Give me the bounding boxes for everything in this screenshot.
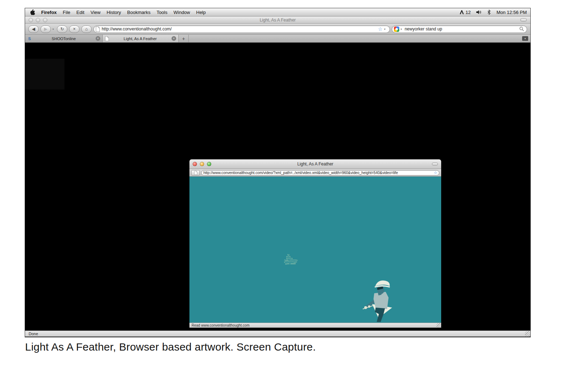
home-icon: ⌂ <box>85 26 88 32</box>
toolbar-toggle-button[interactable] <box>520 18 527 21</box>
person-with-flag-figure <box>357 277 398 323</box>
tab-light-as-a-feather[interactable]: Light, As A Feather × <box>103 35 179 42</box>
url-bar[interactable]: http://www.conventionalthought.com/ ☆ ▼ <box>93 25 390 33</box>
tab-label: SHOOTonline <box>34 37 94 41</box>
stop-icon: × <box>73 26 76 32</box>
search-input[interactable]: newyorker stand up <box>405 26 518 32</box>
list-all-tabs-button[interactable]: ▼ <box>522 36 528 41</box>
menubar-item-file[interactable]: File <box>63 10 70 15</box>
menubar-item-help[interactable]: Help <box>196 10 206 15</box>
mac-menubar: Firefox File Edit View History Bookmarks… <box>25 8 530 16</box>
url-input[interactable]: http://www.conventionalthought.com/ <box>102 26 376 32</box>
menubar-item-tools[interactable]: Tools <box>156 10 167 15</box>
tab-bar: S SHOOTonline × Light, As A Feather × + … <box>25 35 530 43</box>
resize-grip[interactable] <box>525 331 530 337</box>
search-icon[interactable] <box>519 26 524 32</box>
popup-location-bar: http://www.conventionalthought.com/video… <box>189 169 441 177</box>
menubar-status-area: 12 Mon 12:56 PM <box>459 10 527 15</box>
url-dropdown-icon[interactable]: ▼ <box>384 28 386 30</box>
shootonline-favicon: S <box>27 36 32 41</box>
bluetooth-icon <box>487 10 491 15</box>
volume-menu-extra[interactable] <box>476 10 482 14</box>
bookmark-star-icon[interactable]: ☆ <box>378 26 383 32</box>
tab-shootonline[interactable]: S SHOOTonline × <box>25 35 103 42</box>
back-button[interactable]: ◀ <box>28 25 39 33</box>
popup-window: Light, As A Feather http://www.conventio… <box>189 159 441 328</box>
popup-title: Light, As A Feather <box>189 162 441 167</box>
browser-titlebar[interactable]: Light, As A Feather <box>25 16 530 24</box>
popup-url-input[interactable]: http://www.conventionalthought.com/video… <box>203 171 432 175</box>
chevron-down-icon: ▼ <box>524 38 526 40</box>
caption-text: Light As A Feather, Browser based artwor… <box>25 341 316 353</box>
menubar-item-view[interactable]: View <box>91 10 101 15</box>
status-text: Done <box>29 332 38 336</box>
popup-statusbar: Read www.conventionalthought.com <box>189 323 441 328</box>
browser-window: Light, As A Feather ◀ ▶ ▼ ↻ × ⌂ http://w… <box>25 16 530 337</box>
bookmark-star-icon[interactable]: ☆ <box>434 171 437 175</box>
updater-count: 12 <box>466 10 471 15</box>
window-title: Light, As A Feather <box>25 18 530 23</box>
updater-a-icon <box>459 10 464 14</box>
page-icon <box>105 36 109 41</box>
forward-button[interactable]: ▶ <box>40 25 51 33</box>
stop-button[interactable]: × <box>69 25 79 33</box>
page-proxy-button[interactable] <box>191 170 200 175</box>
ascii-art-bird: ty ylln ytttly ryym;ttttttn; ylltttlttyy… <box>284 254 298 265</box>
page-icon <box>194 171 197 175</box>
menubar-item-firefox[interactable]: Firefox <box>41 10 57 15</box>
dark-page-region <box>25 59 64 90</box>
updater-menu-extra[interactable]: 12 <box>459 10 471 15</box>
close-tab-icon[interactable]: × <box>172 36 176 41</box>
history-dropdown-button[interactable]: ▼ <box>52 28 54 30</box>
search-bar[interactable]: ▼ newyorker stand up <box>392 25 527 33</box>
menubar-item-window[interactable]: Window <box>174 10 190 15</box>
google-icon[interactable] <box>394 26 399 32</box>
menubar-item-history[interactable]: History <box>107 10 121 15</box>
navigation-toolbar: ◀ ▶ ▼ ↻ × ⌂ http://www.conventionalthoug… <box>25 24 530 35</box>
page: Firefox File Edit View History Bookmarks… <box>0 0 588 376</box>
popup-titlebar[interactable]: Light, As A Feather <box>189 159 441 169</box>
reload-button[interactable]: ↻ <box>57 25 67 33</box>
reload-icon: ↻ <box>60 26 64 32</box>
volume-icon <box>476 10 482 14</box>
browser-viewport: Light, As A Feather http://www.conventio… <box>25 43 530 331</box>
popup-url-bar[interactable]: http://www.conventionalthought.com/video… <box>201 170 439 175</box>
tabbar-spacer <box>189 35 522 42</box>
new-tab-button[interactable]: + <box>179 35 189 42</box>
bluetooth-menu-extra[interactable] <box>487 10 491 15</box>
forward-icon: ▶ <box>44 26 47 32</box>
search-engine-dropdown-icon[interactable]: ▼ <box>400 28 403 30</box>
apple-icon <box>30 9 35 15</box>
desktop-screenshot: Firefox File Edit View History Bookmarks… <box>25 8 530 337</box>
home-button[interactable]: ⌂ <box>81 25 92 33</box>
menubar-item-edit[interactable]: Edit <box>76 10 84 15</box>
video-artwork-area[interactable]: ty ylln ytttly ryym;ttttttn; ylltttlttyy… <box>189 177 441 323</box>
close-tab-icon[interactable]: × <box>96 36 100 41</box>
resize-grip[interactable] <box>437 323 441 328</box>
browser-statusbar: Done <box>25 331 530 337</box>
menubar-clock[interactable]: Mon 12:56 PM <box>496 10 527 15</box>
plus-icon: + <box>182 36 185 42</box>
toolbar-toggle-button[interactable] <box>432 163 438 165</box>
menubar-item-bookmarks[interactable]: Bookmarks <box>127 10 150 15</box>
popup-status-text: Read www.conventionalthought.com <box>192 323 250 327</box>
back-icon: ◀ <box>32 26 35 32</box>
tab-label: Light, As A Feather <box>111 37 170 41</box>
page-icon <box>96 26 100 32</box>
apple-menu[interactable] <box>30 9 35 15</box>
